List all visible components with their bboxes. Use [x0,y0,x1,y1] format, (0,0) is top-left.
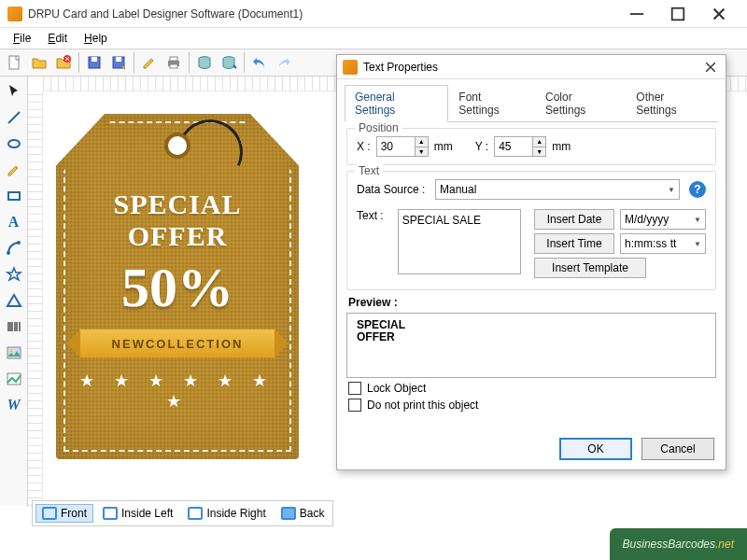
page-tab-back[interactable]: Back [275,505,331,522]
page-icon [103,507,118,520]
print-icon[interactable] [162,51,185,74]
text-group-label: Text [355,164,383,177]
label-text-line2: OFFER [67,220,288,252]
svg-point-12 [8,140,20,147]
pointer-tool-icon[interactable] [3,80,25,103]
watermark-brand: BusinessBarcodes [623,538,715,551]
do-not-print-label: Do not print this object [367,399,478,412]
insert-date-button[interactable]: Insert Date [534,209,614,230]
menu-help[interactable]: Help [77,30,115,47]
dialog-close-button[interactable] [701,58,720,77]
help-icon[interactable]: ? [689,181,706,198]
line-tool-icon[interactable] [3,106,25,129]
position-group: Position X : ▲▼ mm Y : ▲▼ mm [346,128,716,165]
svg-rect-4 [92,57,97,62]
rectangle-tool-icon[interactable] [3,185,25,207]
y-up-icon[interactable]: ▲ [533,137,545,147]
preview-line1: SPECIAL [357,319,706,331]
edit-icon[interactable] [138,51,161,74]
y-unit: mm [552,140,571,153]
save-icon[interactable] [83,51,106,74]
y-spinner[interactable]: ▲▼ [494,136,546,157]
tab-font-settings[interactable]: Font Settings [448,85,535,121]
page-tab-front[interactable]: Front [35,504,93,523]
preview-line2: OFFER [357,331,706,343]
side-toolbar: A W [0,77,28,506]
page-tabs: Front Inside Left Inside Right Back [32,500,333,526]
menu-edit[interactable]: Edit [40,30,75,47]
label-banner: NEWCOLLECTION [79,329,275,357]
do-not-print-checkbox[interactable] [348,399,361,412]
page-icon [281,507,296,520]
wordart-tool-icon[interactable]: W [3,394,25,416]
close-file-icon[interactable] [52,51,75,74]
new-icon[interactable] [4,51,26,74]
chevron-down-icon: ▼ [694,240,701,248]
watermark-tld: .net [715,538,734,551]
x-input[interactable] [377,137,415,156]
date-format-select[interactable]: M/d/yyyy▼ [620,209,706,230]
menu-file[interactable]: File [6,30,38,47]
y-label: Y : [475,140,488,153]
page-tab-inside-right[interactable]: Inside Right [182,505,271,522]
undo-icon[interactable] [248,51,271,74]
barcode-tool-icon[interactable] [3,315,25,338]
window-title: DRPU Card and Label Designer Software (D… [28,7,616,21]
text-group: Text Data Source : Manual ▼ ? Text : Ins… [346,171,716,290]
ellipse-tool-icon[interactable] [3,133,25,155]
page-icon [188,507,203,520]
lock-object-label: Lock Object [367,382,426,395]
svg-point-17 [9,350,12,353]
menubar: File Edit Help [0,28,747,49]
titlebar: DRPU Card and Label Designer Software (D… [0,0,747,28]
insert-template-button[interactable]: Insert Template [534,258,646,278]
arc-tool-icon[interactable] [3,237,25,259]
svg-point-15 [17,241,21,245]
y-input[interactable] [495,137,532,156]
label-stars: ★ ★ ★ ★ ★ ★ ★ [67,371,288,412]
database-export-icon[interactable] [218,51,240,74]
x-down-icon[interactable]: ▼ [416,147,428,157]
open-icon[interactable] [28,51,50,74]
image-tool-icon[interactable] [3,342,25,364]
tab-general-settings[interactable]: General Settings [345,85,448,122]
x-label: X : [357,140,371,153]
insert-time-button[interactable]: Insert Time [534,233,614,254]
preview-label: Preview : [348,296,714,309]
cancel-button[interactable]: Cancel [641,438,714,460]
save-as-icon[interactable] [107,51,130,74]
picture-tool-icon[interactable] [3,368,25,390]
data-source-value: Manual [440,183,476,196]
tab-other-settings[interactable]: Other Settings [626,85,718,121]
triangle-tool-icon[interactable] [3,289,25,312]
star-tool-icon[interactable] [3,263,25,286]
redo-icon[interactable] [273,51,295,74]
watermark: BusinessBarcodes.net [610,528,747,560]
text-tool-icon[interactable]: A [3,211,25,233]
lock-object-checkbox[interactable] [348,382,361,395]
x-spinner[interactable]: ▲▼ [376,136,429,157]
text-input[interactable] [398,209,521,274]
page-tab-inside-left[interactable]: Inside Left [97,505,178,522]
close-button[interactable] [698,1,740,27]
label-object[interactable]: SPECIAL OFFER 50% NEWCOLLECTION ★ ★ ★ ★ … [56,114,299,459]
svg-rect-0 [672,7,684,20]
position-group-label: Position [355,121,402,134]
time-format-select[interactable]: h:mm:ss tt▼ [620,233,706,254]
data-source-select[interactable]: Manual ▼ [435,179,680,200]
preview-box: SPECIAL OFFER [346,313,716,378]
y-down-icon[interactable]: ▼ [533,147,545,157]
database-icon[interactable] [193,51,216,74]
label-percent: 50% [67,256,288,320]
svg-rect-9 [170,64,177,68]
text-label: Text : [357,209,392,222]
minimize-button[interactable] [616,1,657,27]
x-up-icon[interactable]: ▲ [416,137,428,147]
maximize-button[interactable] [657,1,698,27]
pencil-tool-icon[interactable] [3,159,25,181]
ok-button[interactable]: OK [559,438,632,460]
svg-rect-8 [170,57,177,61]
dialog-icon [343,60,358,75]
tab-color-settings[interactable]: Color Settings [535,85,626,121]
dialog-titlebar[interactable]: Text Properties [337,55,726,79]
